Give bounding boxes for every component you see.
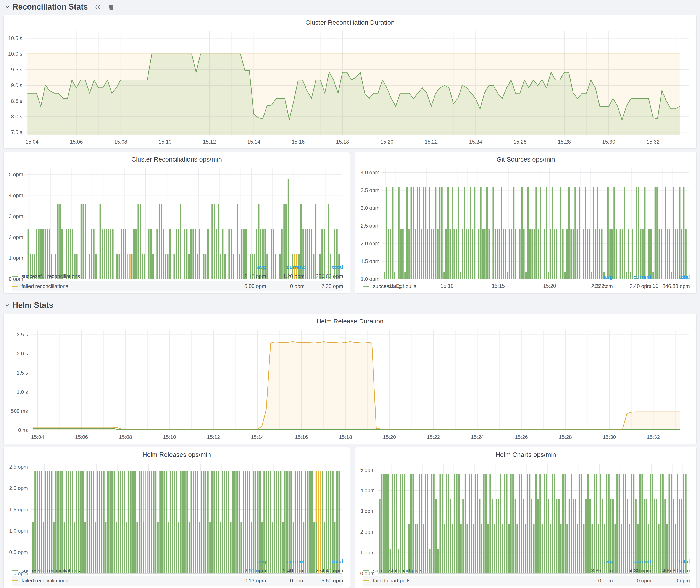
legend-series-label[interactable]: failed chart pulls bbox=[373, 578, 410, 584]
bar bbox=[544, 229, 545, 279]
svg-text:2.5 s: 2.5 s bbox=[17, 332, 28, 338]
bar bbox=[435, 187, 436, 279]
legend-col-avg[interactable]: avg bbox=[574, 274, 613, 280]
panel-title[interactable]: Cluster Reconciliation Duration bbox=[5, 18, 695, 28]
legend-stat-current: 2.40 opm bbox=[266, 568, 305, 574]
bar bbox=[597, 187, 598, 279]
chart-helm-releases-ops[interactable]: 0 opm0.5 opm1.0 opm1.5 opm2.0 opm2.5 opm… bbox=[5, 460, 348, 557]
legend-col-total[interactable]: total bbox=[651, 559, 690, 565]
legend-col-total[interactable]: total bbox=[651, 274, 690, 280]
legend-col-current[interactable]: current bbox=[266, 559, 305, 565]
legend-col-avg[interactable]: avg bbox=[574, 559, 613, 565]
svg-text:1.5 opm: 1.5 opm bbox=[361, 258, 379, 264]
bar bbox=[511, 229, 512, 279]
legend-stat-avg: 2.10 opm bbox=[227, 568, 266, 574]
bar bbox=[392, 187, 393, 279]
gear-icon bbox=[94, 3, 101, 10]
legend-col-total[interactable]: total bbox=[305, 264, 343, 270]
svg-text:15:30: 15:30 bbox=[602, 139, 615, 145]
bar bbox=[419, 187, 420, 279]
legend-series-label[interactable]: successful reconciliations bbox=[21, 568, 80, 574]
chart-cluster-reconciliations-ops[interactable]: 0 opm1 opm2 opm3 opm4 opm5 opm15:0515:10… bbox=[5, 165, 348, 263]
chart-git-sources-ops[interactable]: 1.0 opm1.5 opm2.0 opm2.5 opm3.0 opm3.5 o… bbox=[357, 165, 695, 273]
bar bbox=[445, 229, 447, 279]
section-title[interactable]: Reconciliation Stats bbox=[13, 2, 88, 11]
bar bbox=[474, 187, 475, 279]
legend-series-color-icon bbox=[12, 276, 18, 277]
svg-text:1.0 s: 1.0 s bbox=[17, 389, 28, 395]
section-title[interactable]: Helm Stats bbox=[13, 301, 53, 310]
chevron-down-icon[interactable] bbox=[5, 4, 10, 10]
svg-text:1 opm: 1 opm bbox=[9, 255, 23, 261]
bar bbox=[427, 229, 428, 279]
section-header-reconciliation-stats[interactable]: Reconciliation Stats bbox=[5, 1, 114, 13]
legend-col-avg[interactable]: avg bbox=[227, 264, 266, 270]
legend-stat-avg: 0 opm bbox=[574, 578, 613, 584]
chart-cluster-reconciliation-duration[interactable]: 7.5 s8.0 s8.5 s9.0 s9.5 s10.0 s10.5 s15:… bbox=[5, 28, 695, 147]
svg-text:2.5 opm: 2.5 opm bbox=[9, 464, 28, 470]
chart-canvas[interactable]: 1.0 opm1.5 opm2.0 opm2.5 opm3.0 opm3.5 o… bbox=[357, 165, 695, 291]
chart-helm-charts-ops[interactable]: 0 opm1 opm2 opm3 opm4 opm5 opm15:0515:10… bbox=[357, 460, 695, 557]
bar bbox=[499, 229, 500, 279]
bar bbox=[497, 229, 498, 279]
legend-series-label[interactable]: successful reconciliations bbox=[21, 273, 80, 279]
panel-helm-releases-ops: Helm Releases ops/min 0 opm0.5 opm1.0 op… bbox=[3, 447, 350, 588]
legend-stat-total: 0 opm bbox=[651, 578, 690, 584]
legend-col-avg[interactable]: avg bbox=[227, 559, 266, 565]
bar bbox=[408, 229, 410, 279]
bar bbox=[509, 229, 510, 279]
bar bbox=[585, 187, 586, 279]
panel-title[interactable]: Git Sources ops/min bbox=[357, 154, 695, 165]
chevron-down-icon[interactable] bbox=[5, 303, 10, 308]
legend-header: avgcurrenttotal bbox=[12, 263, 343, 271]
section-settings-button[interactable] bbox=[94, 3, 101, 10]
panel-title[interactable]: Helm Releases ops/min bbox=[5, 450, 348, 460]
bar bbox=[513, 187, 514, 279]
legend-header: avgcurrenttotal bbox=[363, 557, 690, 566]
svg-text:15:12: 15:12 bbox=[207, 434, 220, 440]
legend-row: failed chart pulls0 opm0 opm0 opm bbox=[363, 576, 690, 586]
bar bbox=[595, 229, 596, 279]
svg-text:15:22: 15:22 bbox=[427, 434, 440, 440]
legend-row: failed reconciliations0.06 opm0 opm7.20 … bbox=[12, 281, 343, 291]
bar bbox=[607, 187, 609, 279]
panel-title[interactable]: Helm Release Duration bbox=[5, 316, 695, 327]
panel-title[interactable]: Helm Charts ops/min bbox=[357, 450, 695, 460]
legend-series-label[interactable]: failed reconciliations bbox=[21, 578, 68, 584]
bar bbox=[472, 229, 473, 279]
panel-title[interactable]: Cluster Reconciliations ops/min bbox=[5, 154, 348, 165]
svg-text:15:26: 15:26 bbox=[515, 434, 528, 440]
legend-git-sources: avgcurrenttotalsuccessful git pulls2.87 … bbox=[357, 273, 695, 292]
legend-col-current[interactable]: current bbox=[613, 274, 651, 280]
bar bbox=[400, 229, 402, 279]
legend-series-label[interactable]: failed reconciliations bbox=[21, 283, 68, 289]
legend-series-label[interactable]: successful chart pulls bbox=[373, 568, 422, 574]
svg-text:15:26: 15:26 bbox=[513, 139, 526, 145]
legend-series-label[interactable]: successful git pulls bbox=[373, 283, 416, 289]
svg-text:2.0 opm: 2.0 opm bbox=[361, 241, 379, 246]
svg-text:8.0 s: 8.0 s bbox=[11, 114, 22, 120]
bar bbox=[546, 187, 547, 279]
legend-header: avgcurrenttotal bbox=[363, 273, 690, 281]
svg-text:1.5 s: 1.5 s bbox=[17, 370, 28, 376]
legend-stat-current: 1.20 opm bbox=[266, 273, 305, 279]
bar bbox=[531, 229, 533, 279]
bar bbox=[478, 229, 479, 279]
legend-col-current[interactable]: current bbox=[613, 559, 651, 565]
section-header-helm-stats[interactable]: Helm Stats bbox=[5, 300, 53, 311]
section-delete-button[interactable] bbox=[108, 4, 114, 10]
chart-canvas[interactable]: 0 ns500 ms1.0 s1.5 s2.0 s2.5 s15:0415:06… bbox=[5, 327, 695, 442]
chart-helm-release-duration[interactable]: 0 ns500 ms1.0 s1.5 s2.0 s2.5 s15:0415:06… bbox=[5, 327, 695, 442]
legend-col-total[interactable]: total bbox=[305, 559, 343, 565]
bar bbox=[632, 229, 633, 279]
bar bbox=[579, 187, 580, 279]
bar bbox=[423, 187, 424, 279]
panel-helm-charts-ops: Helm Charts ops/min 0 opm1 opm2 opm3 opm… bbox=[355, 447, 697, 588]
legend-col-current[interactable]: current bbox=[266, 264, 305, 270]
bar bbox=[648, 229, 650, 279]
bar bbox=[681, 229, 682, 279]
bar bbox=[388, 229, 389, 279]
chart-canvas[interactable]: 7.5 s8.0 s8.5 s9.0 s9.5 s10.0 s10.5 s15:… bbox=[5, 28, 695, 147]
bar bbox=[484, 229, 486, 279]
bar bbox=[470, 187, 471, 279]
